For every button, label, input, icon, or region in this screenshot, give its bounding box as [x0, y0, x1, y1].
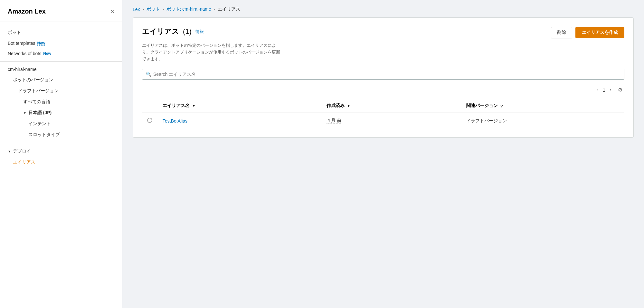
sidebar-item-all-languages[interactable]: すべての言語	[0, 96, 122, 107]
sidebar-header: Amazon Lex ×	[0, 8, 122, 22]
table-row: TestBotAlias ４月 前 ドラフトバージョン	[142, 113, 624, 128]
next-page-button[interactable]: ›	[608, 86, 613, 94]
networks-of-bots-new-badge: New	[43, 51, 51, 56]
alias-created-date: ４月 前	[327, 118, 341, 124]
deploy-expand-icon: ▼	[8, 150, 11, 153]
sidebar-item-networks-of-bots[interactable]: Networks of bots New	[0, 48, 122, 59]
col-header-name[interactable]: エイリアス名 ▼	[157, 99, 321, 113]
delete-button[interactable]: 削除	[551, 27, 572, 38]
panel-description: エイリアスは、ボットの特定のバージョンを指します。エイリアスにより、クライアント…	[142, 42, 284, 62]
app-title: Amazon Lex	[8, 8, 46, 15]
breadcrumb-bot-name[interactable]: ボット: cm-hirai-name	[166, 6, 211, 12]
bot-templates-new-badge: New	[37, 41, 45, 46]
breadcrumb-sep-3: ›	[214, 7, 215, 12]
panel-header: エイリアス (1) 情報 削除 エイリアスを作成	[142, 27, 624, 38]
nav-divider-2	[0, 143, 122, 143]
expand-triangle-icon: ▼	[23, 111, 26, 115]
sidebar-item-draft-version[interactable]: ドラフトバージョン	[0, 85, 122, 96]
alias-version: ドラフトバージョン	[466, 118, 507, 123]
sidebar: Amazon Lex × ボット Bot templates New Netwo…	[0, 0, 122, 308]
info-link[interactable]: 情報	[195, 29, 204, 35]
sidebar-item-bots[interactable]: ボット	[0, 27, 122, 38]
table-header-row: エイリアス名 ▼ 作成済み ▼ 関連バージョン ▽	[142, 99, 624, 113]
row-version-cell: ドラフトバージョン	[461, 113, 624, 128]
sidebar-item-deploy[interactable]: ▼ デプロイ	[0, 146, 122, 157]
search-icon: 🔍	[146, 72, 151, 77]
sort-icon-version: ▽	[500, 104, 503, 108]
sidebar-item-bot-name[interactable]: cm-hirai-name	[0, 64, 122, 75]
sidebar-item-slot-types[interactable]: スロットタイプ	[0, 129, 122, 140]
breadcrumb-current: エイリアス	[218, 6, 240, 12]
panel-title: エイリアス	[142, 27, 179, 36]
sidebar-close-button[interactable]: ×	[110, 8, 114, 15]
pagination-row: ‹ 1 › ⚙	[142, 86, 624, 94]
breadcrumb-bots[interactable]: ボット	[147, 6, 160, 12]
nav-divider-1	[0, 61, 122, 62]
sidebar-item-bot-templates[interactable]: Bot templates New	[0, 38, 122, 48]
breadcrumb-lex[interactable]: Lex	[133, 7, 140, 12]
panel-actions: 削除 エイリアスを作成	[551, 27, 624, 38]
alias-name-link[interactable]: TestBotAlias	[163, 118, 187, 124]
breadcrumb-sep-1: ›	[143, 7, 144, 12]
row-created-cell: ４月 前	[321, 113, 461, 128]
sidebar-item-bot-versions[interactable]: ボットのバージョン	[0, 75, 122, 85]
row-radio-button[interactable]	[147, 118, 152, 123]
aliases-panel: エイリアス (1) 情報 削除 エイリアスを作成 エイリアスは、ボットの特定のバ…	[133, 17, 634, 138]
search-input[interactable]	[142, 69, 624, 80]
sort-icon-created: ▼	[347, 104, 350, 108]
main-content: Lex › ボット › ボット: cm-hirai-name › エイリアス エ…	[122, 0, 644, 308]
table-settings-button[interactable]: ⚙	[616, 86, 624, 94]
sidebar-nav: ボット Bot templates New Networks of bots N…	[0, 22, 122, 308]
breadcrumb: Lex › ボット › ボット: cm-hirai-name › エイリアス	[122, 0, 644, 17]
col-header-version[interactable]: 関連バージョン ▽	[461, 99, 624, 113]
col-header-check	[142, 99, 157, 113]
row-name-cell: TestBotAlias	[157, 113, 321, 128]
row-check-cell[interactable]	[142, 113, 157, 128]
aliases-table: エイリアス名 ▼ 作成済み ▼ 関連バージョン ▽	[142, 99, 624, 128]
col-header-created[interactable]: 作成済み ▼	[321, 99, 461, 113]
search-container: 🔍	[142, 69, 624, 80]
panel-count: (1)	[183, 27, 192, 36]
breadcrumb-sep-2: ›	[163, 7, 164, 12]
prev-page-button[interactable]: ‹	[595, 86, 600, 94]
page-number: 1	[603, 87, 605, 93]
create-alias-button[interactable]: エイリアスを作成	[575, 27, 624, 38]
panel-title-area: エイリアス (1) 情報	[142, 27, 204, 36]
sidebar-item-aliases[interactable]: エイリアス	[0, 157, 122, 168]
sidebar-item-intents[interactable]: インテント	[0, 118, 122, 129]
sort-icon-name: ▼	[192, 104, 195, 108]
sidebar-item-japanese-jp[interactable]: ▼ 日本語 (JP)	[0, 107, 122, 118]
